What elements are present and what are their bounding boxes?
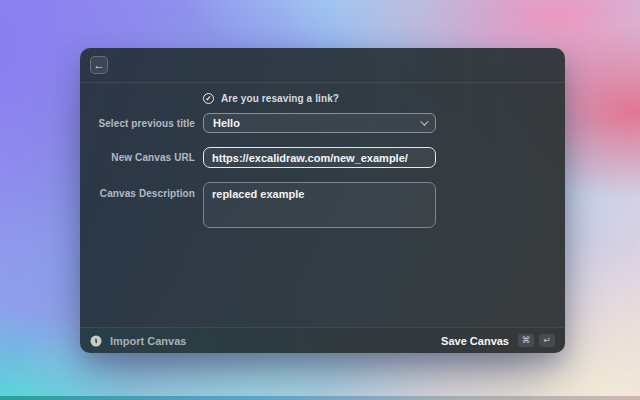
arrow-left-icon: ←: [94, 60, 105, 71]
screen-bottom-edge: [0, 396, 640, 400]
resave-link-label: Are you resaving a link?: [221, 93, 339, 104]
previous-title-label: Select previous title: [80, 118, 195, 129]
previous-title-value: Hello: [213, 117, 240, 129]
import-canvas-button[interactable]: Import Canvas: [110, 335, 186, 347]
dialog-header: ←: [80, 48, 565, 83]
canvas-url-row: New Canvas URL: [80, 147, 565, 168]
resave-link-checkbox[interactable]: ✓: [203, 93, 214, 104]
previous-title-select[interactable]: Hello: [203, 113, 436, 133]
save-canvas-dialog: ← ✓ Are you resaving a link? Select prev…: [80, 48, 565, 353]
canvas-description-label: Canvas Description: [80, 182, 195, 199]
enter-key-badge: ↵: [539, 334, 555, 347]
canvas-url-input[interactable]: [203, 147, 436, 168]
dialog-body: ✓ Are you resaving a link? Select previo…: [80, 83, 565, 327]
import-canvas-icon: [90, 335, 102, 347]
save-canvas-button[interactable]: Save Canvas: [441, 335, 509, 347]
check-icon: ✓: [206, 95, 212, 102]
footer-actions: Save Canvas ⌘ ↵: [441, 334, 555, 347]
previous-title-row: Select previous title Hello: [80, 113, 565, 133]
resave-link-checkbox-row: ✓ Are you resaving a link?: [203, 92, 565, 105]
dialog-footer: Import Canvas Save Canvas ⌘ ↵: [80, 327, 565, 353]
chevron-down-icon: [420, 117, 428, 125]
canvas-url-label: New Canvas URL: [80, 152, 195, 163]
back-button[interactable]: ←: [90, 56, 108, 74]
canvas-description-textarea[interactable]: replaced example: [203, 182, 436, 228]
cmd-key-badge: ⌘: [518, 334, 534, 347]
canvas-description-row: Canvas Description replaced example: [80, 182, 565, 232]
